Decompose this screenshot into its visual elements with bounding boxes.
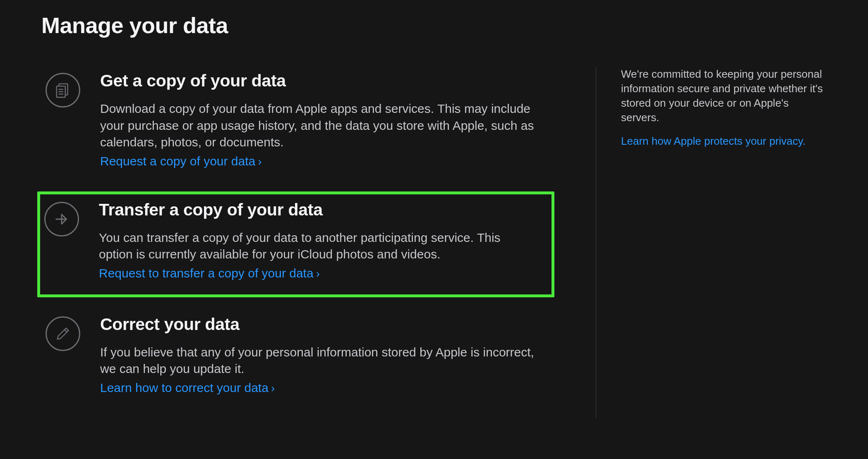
svg-line-5 (65, 330, 67, 332)
privacy-link[interactable]: Learn how Apple protects your privacy. (621, 135, 806, 147)
learn-correct-link[interactable]: Learn how to correct your data › (100, 381, 275, 395)
section-description: Download a copy of your data from Apple … (100, 100, 539, 151)
request-copy-link[interactable]: Request a copy of your data › (100, 154, 262, 168)
section-title: Get a copy of your data (100, 71, 567, 91)
section-correct-data: Correct your data If you believe that an… (41, 311, 571, 402)
sidebar: We're committed to keeping your personal… (596, 67, 823, 418)
section-transfer-copy: Transfer a copy of your data You can tra… (37, 191, 554, 297)
section-description: If you believe that any of your personal… (100, 344, 539, 378)
link-text: Request to transfer a copy of your data (99, 266, 314, 280)
section-body: Correct your data If you believe that an… (100, 315, 567, 395)
request-transfer-link[interactable]: Request to transfer a copy of your data … (99, 266, 320, 280)
transfer-arrow-icon (44, 202, 79, 237)
chevron-right-icon: › (258, 155, 261, 168)
chevron-right-icon: › (271, 382, 275, 395)
page-title: Manage your data (41, 12, 827, 38)
section-body: Get a copy of your data Download a copy … (100, 71, 567, 168)
main-column: Get a copy of your data Download a copy … (41, 67, 571, 418)
document-copy-icon (46, 73, 80, 108)
link-text: Learn how to correct your data (100, 381, 269, 395)
pencil-icon (46, 316, 80, 351)
section-title: Correct your data (100, 315, 567, 334)
chevron-right-icon: › (316, 267, 320, 280)
section-description: You can transfer a copy of your data to … (99, 230, 537, 263)
content-wrapper: Get a copy of your data Download a copy … (41, 67, 827, 418)
link-text: Request a copy of your data (100, 154, 255, 168)
section-title: Transfer a copy of your data (99, 200, 547, 220)
sidebar-text: We're committed to keeping your personal… (621, 67, 823, 125)
section-get-copy: Get a copy of your data Download a copy … (41, 67, 571, 176)
section-body: Transfer a copy of your data You can tra… (99, 200, 547, 280)
